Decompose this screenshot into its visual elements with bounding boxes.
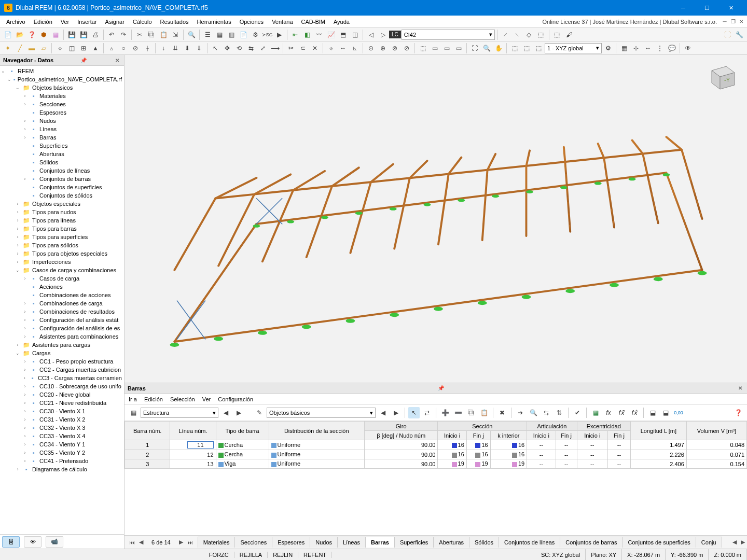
coord-edit-button[interactable]: ⚙ [602,43,614,54]
tree-item[interactable]: ›▪CC3 - Cargas muertas cerramien [0,374,124,382]
extend-button[interactable]: ⟶ [269,43,281,54]
replace-button[interactable]: ⇆ [541,407,552,418]
tree-expander-icon[interactable]: › [22,375,27,381]
tree-item[interactable]: ›▪Nudos [0,117,124,125]
maximize-button[interactable]: ☐ [695,0,719,16]
lc-prev-button[interactable]: ◁ [365,29,377,40]
table-cell[interactable]: -- [607,440,630,450]
table-cell[interactable]: 2.226 [630,450,686,459]
menu-herramientas[interactable]: Herramientas [193,17,236,27]
table-next2-button[interactable]: ▶ [390,407,402,418]
tree-item[interactable]: ›▪Materiales [0,92,124,100]
tree-item[interactable]: ›📁Tipos para barras [0,225,124,233]
tree-item[interactable]: ›📁Imperfecciones [0,258,124,266]
tree-item[interactable]: ›📁Tipos para nudos [0,208,124,216]
tree-item[interactable]: ▪Sólidos [0,158,124,166]
paint-button[interactable]: 🖌 [563,29,575,40]
mdi-restore-button[interactable]: ❐ [729,18,737,25]
col-sec-inicio[interactable]: Inicio i [438,431,466,440]
export-2-button[interactable]: ⬓ [660,407,671,418]
tree-expander-icon[interactable]: › [15,226,21,231]
tool-1-button[interactable]: ⟐ [54,43,65,54]
tree-item[interactable]: ▪Conjuntos de líneas [0,166,124,175]
barras-table[interactable]: Barra núm. Línea núm. Tipo de barra Dist… [125,421,747,469]
panel-close-button[interactable]: ✕ [737,385,744,391]
tree-item[interactable]: ›▪CC41 - Pretensado [0,457,124,465]
view-iso-button[interactable]: ⬚ [417,43,428,54]
filter-1-button[interactable]: ⟋ [500,29,511,40]
sc-label-button[interactable]: ≻SC [261,29,273,40]
goto-button[interactable]: ➜ [515,407,526,418]
tabs-scroll-right[interactable]: ▶ [739,538,747,547]
menu-cad-bim[interactable]: CAD-BIM [297,17,329,27]
loadcase-combo[interactable]: CI42▾ [402,30,495,40]
tree-item[interactable]: ›▪CC33 - Viento X 4 [0,432,124,440]
model-check-button[interactable]: ⬢ [38,29,49,40]
tool-2-button[interactable]: ◫ [66,43,77,54]
table-cell[interactable]: 16 [438,440,466,450]
tree-expander-icon[interactable]: ⌄ [0,68,6,74]
zoom-all-button[interactable]: ⛶ [469,43,480,54]
copy-button[interactable]: ⿻ [146,29,157,40]
tree-expander-icon[interactable]: › [22,425,28,430]
paste-row-button[interactable]: 📋 [478,407,490,418]
block-manager-button[interactable]: ▦ [50,29,61,40]
table-cell[interactable]: -- [607,450,630,459]
units-button[interactable]: ⚙ [250,29,261,40]
table-cell[interactable]: 16 [490,440,527,450]
table-tab[interactable]: Conju [696,537,722,548]
tree-expander-icon[interactable]: › [22,442,28,447]
tree-expander-icon[interactable]: › [22,367,28,372]
tree-expander-icon[interactable]: › [22,176,28,181]
table-cell[interactable]: Viga [216,459,269,469]
table-cell[interactable]: 11 [170,440,216,450]
snap-3-button[interactable]: ⊗ [389,43,400,54]
view-x-button[interactable]: ▭ [429,43,440,54]
tree-expander-icon[interactable]: › [22,309,28,314]
menu-cálculo[interactable]: Cálculo [129,17,156,27]
table-cell[interactable]: Uniforme [269,440,364,450]
close-button[interactable]: ✕ [719,0,743,16]
results-nav-button[interactable]: ⇤ [289,29,301,40]
status-flag-refent[interactable]: REFENT [298,552,332,558]
tree-item[interactable]: ›📁Objetos especiales [0,200,124,208]
table-cell[interactable]: 19 [490,459,527,469]
tree-expander-icon[interactable]: › [22,334,28,339]
nav-views-tab[interactable]: 📹 [46,536,63,548]
tree-item[interactable]: ▪Superficies [0,142,124,150]
guideline-button[interactable]: ⋮ [654,43,666,54]
menu-opciones[interactable]: Opciones [236,17,268,27]
table-cell[interactable]: 16 [438,450,466,459]
table-tab[interactable]: Conjuntos de barras [560,537,622,548]
panel-menu-edición[interactable]: Edición [144,396,163,402]
tree-item[interactable]: ›▪CC20 - Nieve global [0,390,124,399]
tree-item[interactable]: ▪Aberturas [0,150,124,158]
table-cell[interactable]: -- [527,440,556,450]
move-button[interactable]: ✥ [222,43,233,54]
col-linea[interactable]: Línea núm. [170,422,216,440]
filter-2-button[interactable]: ⟍ [511,29,523,40]
snap-1-button[interactable]: ⊙ [365,43,377,54]
tree-expander-icon[interactable]: ⌄ [15,351,21,356]
tree-expander-icon[interactable]: › [15,201,21,206]
table-category-combo[interactable]: Estructura▾ [141,408,218,418]
sync-button[interactable]: ⇄ [421,407,433,418]
select-arrow-button[interactable]: ↖ [210,43,221,54]
3d-viewport[interactable]: -Y [125,55,747,383]
select-button[interactable]: ⬚ [551,29,563,40]
table-cell[interactable]: 16 [466,440,490,450]
table-cell[interactable]: -- [607,459,630,469]
table-tab[interactable]: Materiales [198,537,236,548]
menu-ventana[interactable]: Ventana [268,17,297,27]
tree-item[interactable]: ›▪Conjuntos de barras [0,175,124,183]
sidebar-close-button[interactable]: ✕ [114,58,121,63]
tree-item[interactable]: ⌄📁Objetos básicos [0,83,124,92]
tree-expander-icon[interactable]: › [22,93,28,99]
tree-expander-icon[interactable]: › [15,218,21,223]
table-cell[interactable]: -- [556,440,577,450]
table-cell[interactable]: -- [527,459,556,469]
view-z-button[interactable]: ▭ [453,43,464,54]
table-tab[interactable]: Aberturas [433,537,469,548]
coord-system-combo[interactable]: 1 - XYZ global▾ [545,43,602,53]
load-3-button[interactable]: ⬇ [182,43,193,54]
